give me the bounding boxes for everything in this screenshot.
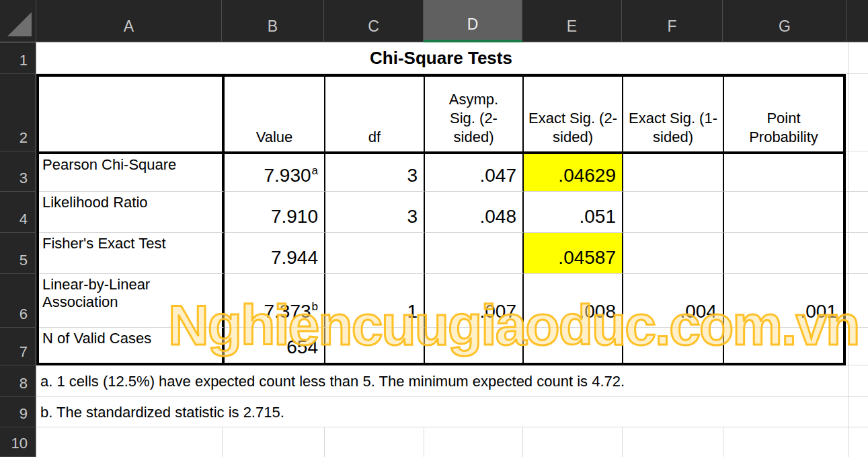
cell-D5-asymp-sig[interactable] bbox=[425, 233, 524, 274]
row-header-10[interactable]: 10 bbox=[0, 427, 36, 457]
row-header-2[interactable]: 2 bbox=[0, 74, 36, 151]
cell-F5-exact-sig-1[interactable] bbox=[623, 233, 724, 274]
gridline bbox=[522, 427, 523, 457]
cell-D4-asymp-sig[interactable]: .048 bbox=[425, 192, 524, 233]
row-header-6[interactable]: 6 bbox=[0, 274, 36, 328]
spreadsheet-window: A B C D E F G 1 2 3 4 5 6 7 8 9 10 Chi-S… bbox=[0, 0, 868, 457]
cell-B7-value[interactable]: 654 bbox=[225, 328, 325, 363]
cell-G7-point-probability[interactable] bbox=[724, 328, 843, 363]
cell-G4-point-probability[interactable] bbox=[724, 192, 843, 233]
column-header-f[interactable]: F bbox=[622, 0, 723, 42]
row-header-7[interactable]: 7 bbox=[0, 328, 36, 365]
cell-B2-header-value[interactable]: Value bbox=[225, 77, 325, 154]
cell-G6-point-probability[interactable]: .001 bbox=[724, 274, 843, 328]
footnote-a-cell[interactable]: a. 1 cells (12.5%) have expected count l… bbox=[36, 365, 846, 397]
cell-C2-header-df[interactable]: df bbox=[325, 77, 425, 154]
footnote-b-cell[interactable]: b. The standardized statistic is 2.715. bbox=[36, 397, 846, 427]
cell-A6-label[interactable]: Linear-by-Linear Association bbox=[39, 274, 225, 328]
column-header-d-selected[interactable]: D bbox=[424, 0, 522, 42]
cell-B4-value[interactable]: 7.910 bbox=[225, 192, 325, 233]
cell-G2-header-point-probability[interactable]: Point Probability bbox=[724, 77, 843, 154]
cell-F4-exact-sig-1[interactable] bbox=[623, 192, 724, 233]
cell-A3-label[interactable]: Pearson Chi-Square bbox=[39, 154, 225, 192]
cell-C4-df[interactable]: 3 bbox=[325, 192, 425, 233]
chi-square-table: Value df Asymp. Sig. (2-sided) Exact Sig… bbox=[36, 74, 846, 365]
cell-F7-exact-sig-1[interactable] bbox=[623, 328, 724, 363]
gridline bbox=[723, 427, 723, 457]
cell-A2-stub[interactable] bbox=[39, 77, 225, 154]
column-header-partial[interactable] bbox=[847, 0, 868, 42]
cell-F6-exact-sig-1[interactable]: .004 bbox=[623, 274, 724, 328]
cell-G5-point-probability[interactable] bbox=[724, 233, 843, 274]
cell-E6-exact-sig-2[interactable]: .008 bbox=[524, 274, 623, 328]
table-title-cell[interactable]: Chi-Square Tests bbox=[36, 42, 846, 74]
column-header-b[interactable]: B bbox=[222, 0, 324, 42]
column-header-e[interactable]: E bbox=[522, 0, 622, 42]
cell-E7-exact-sig-2[interactable] bbox=[524, 328, 623, 363]
cell-F2-header-exact-sig-1[interactable]: Exact Sig. (1-sided) bbox=[623, 77, 724, 154]
row-header-1[interactable]: 1 bbox=[0, 42, 36, 74]
cell-D3-asymp-sig[interactable]: .047 bbox=[425, 154, 524, 192]
cell-E3-exact-sig-2-highlighted[interactable]: .04629 bbox=[524, 154, 623, 192]
cell-C5-df[interactable] bbox=[325, 233, 425, 274]
cell-D2-header-asymp-sig[interactable]: Asymp. Sig. (2-sided) bbox=[425, 77, 524, 154]
row-header-3[interactable]: 3 bbox=[0, 151, 36, 192]
column-header-a[interactable]: A bbox=[36, 0, 222, 42]
cell-F3-exact-sig-1[interactable] bbox=[623, 154, 724, 192]
cell-D6-asymp-sig[interactable]: .007 bbox=[425, 274, 524, 328]
row-header-8[interactable]: 8 bbox=[0, 365, 36, 397]
column-header-g[interactable]: G bbox=[723, 0, 847, 42]
cell-E5-exact-sig-2-highlighted[interactable]: .04587 bbox=[524, 233, 623, 274]
row-header-9[interactable]: 9 bbox=[0, 397, 36, 427]
cell-C3-df[interactable]: 3 bbox=[325, 154, 425, 192]
gridline bbox=[424, 427, 424, 457]
cell-D7-asymp-sig[interactable] bbox=[425, 328, 524, 363]
footnote-marker-b: b bbox=[312, 300, 318, 314]
column-header-c[interactable]: C bbox=[324, 0, 424, 42]
cell-G3-point-probability[interactable] bbox=[724, 154, 843, 192]
cell-E2-header-exact-sig-2[interactable]: Exact Sig. (2-sided) bbox=[524, 77, 623, 154]
cell-A5-label[interactable]: Fisher's Exact Test bbox=[39, 233, 225, 274]
gridline bbox=[324, 427, 325, 457]
gridline bbox=[222, 427, 223, 457]
cell-A7-label[interactable]: N of Valid Cases bbox=[39, 328, 225, 363]
cell-B6-value[interactable]: 7.373b bbox=[225, 274, 325, 328]
gridline bbox=[622, 427, 623, 457]
cell-C6-df[interactable]: 1 bbox=[325, 274, 425, 328]
cell-C7-df[interactable] bbox=[325, 328, 425, 363]
cell-B3-value[interactable]: 7.930a bbox=[225, 154, 325, 192]
cell-A4-label[interactable]: Likelihood Ratio bbox=[39, 192, 225, 233]
row-header-5[interactable]: 5 bbox=[0, 233, 36, 274]
cell-E4-exact-sig-2[interactable]: .051 bbox=[524, 192, 623, 233]
gridline bbox=[848, 42, 849, 457]
cell-B5-value[interactable]: 7.944 bbox=[225, 233, 325, 274]
footnote-marker-a: a bbox=[312, 164, 318, 178]
select-all-button[interactable] bbox=[0, 0, 36, 42]
row-header-4[interactable]: 4 bbox=[0, 192, 36, 233]
select-all-triangle-icon bbox=[7, 12, 32, 36]
